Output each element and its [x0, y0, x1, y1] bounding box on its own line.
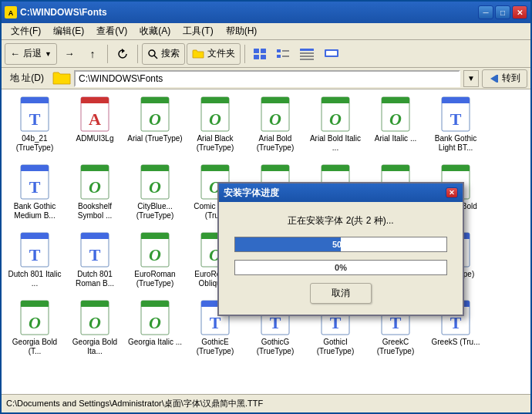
svg-rect-20 [497, 75, 498, 82]
progress-2-container: 0% [234, 260, 447, 275]
close-button[interactable]: ✕ [512, 5, 527, 19]
svg-rect-12 [282, 56, 289, 57]
back-dropdown-icon: ▼ [45, 50, 52, 58]
go-button[interactable]: 转到 [482, 69, 527, 88]
svg-rect-6 [261, 49, 266, 53]
svg-marker-2 [122, 49, 125, 53]
modal-title: 安装字体进度 [224, 187, 446, 200]
address-label: 地 址(D) [5, 69, 49, 87]
svg-rect-11 [277, 55, 281, 58]
svg-rect-10 [282, 50, 289, 52]
modal-title-bar: 安装字体进度 ✕ [219, 183, 463, 202]
menu-help[interactable]: 帮助(H) [220, 23, 264, 39]
search-label: 搜索 [161, 47, 180, 60]
svg-rect-14 [300, 52, 314, 54]
svg-rect-16 [300, 59, 314, 60]
menu-bar: 文件(F) 编辑(E) 查看(V) 收藏(A) 工具(T) 帮助(H) [2, 23, 530, 40]
menu-tools[interactable]: 工具(T) [177, 23, 219, 39]
toolbar-separator-3 [244, 45, 245, 63]
progress-bar-2-label: 0% [235, 261, 446, 274]
svg-text:A: A [8, 9, 14, 17]
forward-button[interactable]: → [59, 43, 80, 65]
view-list-button[interactable] [272, 43, 294, 65]
maximize-button[interactable]: □ [495, 5, 510, 19]
status-bar: C:\Documents and Settings\Administrator\… [2, 394, 530, 412]
svg-rect-15 [300, 56, 314, 57]
window-controls: ─ □ ✕ [478, 5, 527, 19]
svg-rect-5 [254, 49, 259, 53]
view-filmstrip-button[interactable] [320, 43, 343, 65]
back-arrow-icon: ← [10, 48, 20, 59]
svg-rect-13 [300, 49, 314, 51]
folders-label: 文件夹 [207, 47, 235, 60]
modal-content: 正在安装字体 2(共 2 种)... 50% [219, 202, 463, 315]
go-label: 转到 [502, 72, 520, 85]
progress-bar-1: 50% [234, 237, 447, 252]
modal-close-button[interactable]: ✕ [446, 187, 458, 198]
menu-edit[interactable]: 编辑(E) [47, 23, 90, 39]
svg-line-4 [154, 56, 157, 59]
menu-file[interactable]: 文件(F) [5, 23, 47, 39]
up-button[interactable]: ↑ [82, 43, 103, 65]
address-input[interactable] [74, 70, 460, 87]
modal-overlay: 安装字体进度 ✕ 正在安装字体 2(共 2 种)... 50% [2, 89, 530, 394]
svg-rect-8 [261, 55, 266, 59]
refresh-button[interactable] [112, 43, 133, 65]
address-bar: 地 址(D) ▼ 转到 [2, 68, 530, 89]
svg-rect-18 [326, 51, 337, 56]
back-label: 后退 [23, 47, 42, 60]
folder-icon [52, 70, 71, 87]
svg-rect-7 [254, 55, 259, 59]
menu-favorites[interactable]: 收藏(A) [133, 23, 177, 39]
file-area: T 04b_21 (TrueType) A ADMUI3Lg O Arial (… [2, 89, 530, 394]
status-text: C:\Documents and Settings\Administrator\… [6, 398, 263, 409]
view-icons-button[interactable] [249, 43, 271, 65]
view-details-button[interactable] [295, 43, 318, 65]
install-progress-modal: 安装字体进度 ✕ 正在安装字体 2(共 2 种)... 50% [217, 182, 464, 316]
back-button[interactable]: ← 后退 ▼ [5, 43, 57, 65]
address-dropdown[interactable]: ▼ [463, 70, 479, 87]
cancel-button[interactable]: 取消 [310, 283, 372, 304]
svg-rect-9 [277, 49, 281, 52]
toolbar-separator-1 [107, 45, 108, 63]
folders-button[interactable]: 文件夹 [187, 43, 241, 65]
title-bar: A C:\WINDOWS\Fonts ─ □ ✕ [2, 2, 530, 23]
window-title: C:\WINDOWS\Fonts [20, 7, 478, 18]
window: A C:\WINDOWS\Fonts ─ □ ✕ 文件(F) 编辑(E) 查看(… [0, 0, 532, 414]
go-arrow-icon [489, 73, 500, 84]
progress-bar-2: 0% [234, 260, 447, 275]
minimize-button[interactable]: ─ [478, 5, 493, 19]
menu-view[interactable]: 查看(V) [90, 23, 133, 39]
toolbar: ← 后退 ▼ → ↑ 搜索 文件夹 [2, 40, 530, 68]
svg-point-3 [149, 50, 155, 56]
toolbar-separator-2 [137, 45, 138, 63]
modal-message: 正在安装字体 2(共 2 种)... [234, 214, 447, 227]
search-button[interactable]: 搜索 [142, 43, 185, 65]
progress-bar-1-label: 50% [235, 237, 446, 251]
progress-1-container: 50% [234, 237, 447, 252]
svg-marker-19 [490, 75, 497, 82]
window-icon: A [5, 6, 17, 19]
